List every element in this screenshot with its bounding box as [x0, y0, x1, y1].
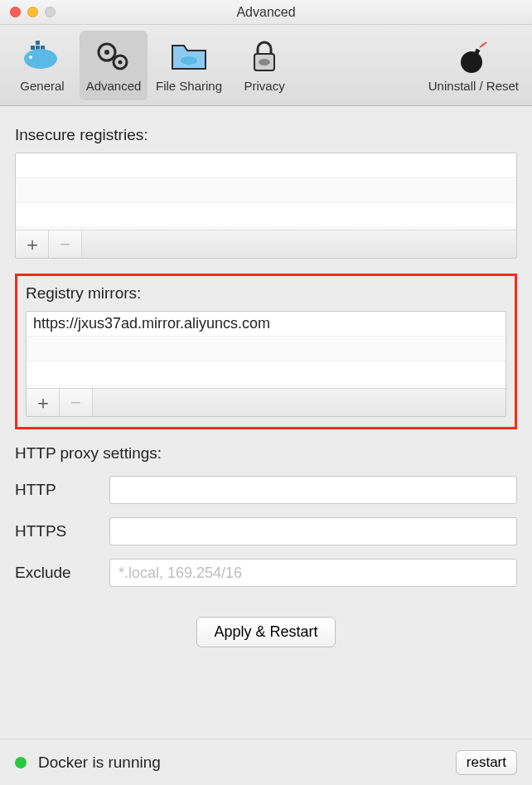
- exclude-label: Exclude: [15, 564, 98, 582]
- svg-point-4: [24, 49, 57, 69]
- tab-label: General: [20, 79, 64, 93]
- https-label: HTTPS: [15, 522, 98, 540]
- remove-button[interactable]: −: [60, 389, 93, 416]
- restart-button[interactable]: restart: [456, 750, 517, 775]
- close-button[interactable]: [10, 7, 21, 17]
- statusbar: Docker is running restart: [0, 739, 532, 785]
- tab-advanced[interactable]: Advanced: [80, 31, 148, 100]
- remove-button[interactable]: −: [49, 230, 82, 258]
- tab-privacy[interactable]: Privacy: [230, 31, 298, 100]
- http-input[interactable]: [109, 476, 517, 504]
- bomb-icon: [452, 39, 494, 75]
- https-input[interactable]: [109, 517, 517, 545]
- add-button[interactable]: ＋: [16, 230, 49, 258]
- svg-point-10: [181, 56, 197, 65]
- registry-mirrors-section: Registry mirrors: https://jxus37ad.mirro…: [15, 274, 517, 429]
- tab-uninstall[interactable]: Uninstall / Reset: [423, 31, 524, 100]
- list-item[interactable]: [27, 337, 505, 361]
- tab-label: File Sharing: [156, 79, 222, 93]
- mirrors-list-footer: ＋ −: [27, 388, 505, 416]
- insecure-registries-list: ＋ −: [15, 153, 517, 259]
- insecure-rows[interactable]: [16, 153, 516, 230]
- whale-icon: [22, 39, 63, 75]
- proxy-section: HTTP proxy settings: HTTP HTTPS Exclude: [15, 444, 517, 587]
- list-item[interactable]: https://jxus37ad.mirror.aliyuncs.com: [27, 312, 505, 337]
- tab-label: Advanced: [86, 79, 142, 93]
- exclude-input[interactable]: [109, 559, 517, 587]
- svg-point-12: [259, 59, 270, 65]
- toolbar: General Advanced File Sharing: [0, 25, 532, 106]
- tab-label: Privacy: [244, 79, 284, 93]
- window-title: Advanced: [0, 5, 532, 20]
- apply-restart-button[interactable]: Apply & Restart: [196, 617, 335, 647]
- gears-icon: [93, 39, 134, 75]
- list-item[interactable]: [27, 361, 505, 386]
- svg-rect-3: [36, 41, 40, 45]
- tab-general[interactable]: General: [8, 31, 76, 100]
- minimize-button[interactable]: [27, 7, 38, 17]
- svg-point-13: [461, 51, 482, 73]
- content-area: Insecure registries: ＋ − Registry mirror…: [0, 106, 532, 739]
- svg-rect-0: [31, 46, 35, 50]
- http-label: HTTP: [15, 481, 98, 499]
- svg-point-9: [118, 61, 123, 65]
- window-controls: [0, 7, 56, 17]
- list-item[interactable]: [16, 178, 516, 203]
- svg-point-5: [29, 56, 32, 59]
- tab-label: Uninstall / Reset: [428, 79, 519, 93]
- lock-icon: [244, 39, 285, 75]
- status-text: Docker is running: [38, 754, 444, 772]
- maximize-button[interactable]: [45, 7, 56, 17]
- list-item[interactable]: [16, 203, 516, 228]
- proxy-title: HTTP proxy settings:: [15, 444, 517, 463]
- list-item[interactable]: [16, 153, 516, 178]
- registry-mirrors-label: Registry mirrors:: [26, 284, 506, 303]
- tab-file-sharing[interactable]: File Sharing: [151, 31, 227, 100]
- mirrors-rows[interactable]: https://jxus37ad.mirror.aliyuncs.com: [27, 312, 505, 388]
- add-button[interactable]: ＋: [27, 389, 60, 416]
- svg-point-7: [104, 50, 109, 55]
- insecure-registries-label: Insecure registries:: [15, 126, 517, 144]
- folder-icon: [168, 39, 210, 75]
- titlebar: Advanced: [0, 0, 532, 25]
- insecure-list-footer: ＋ −: [16, 230, 516, 258]
- registry-mirrors-list: https://jxus37ad.mirror.aliyuncs.com ＋ −: [26, 311, 506, 417]
- status-indicator-icon: [15, 757, 27, 768]
